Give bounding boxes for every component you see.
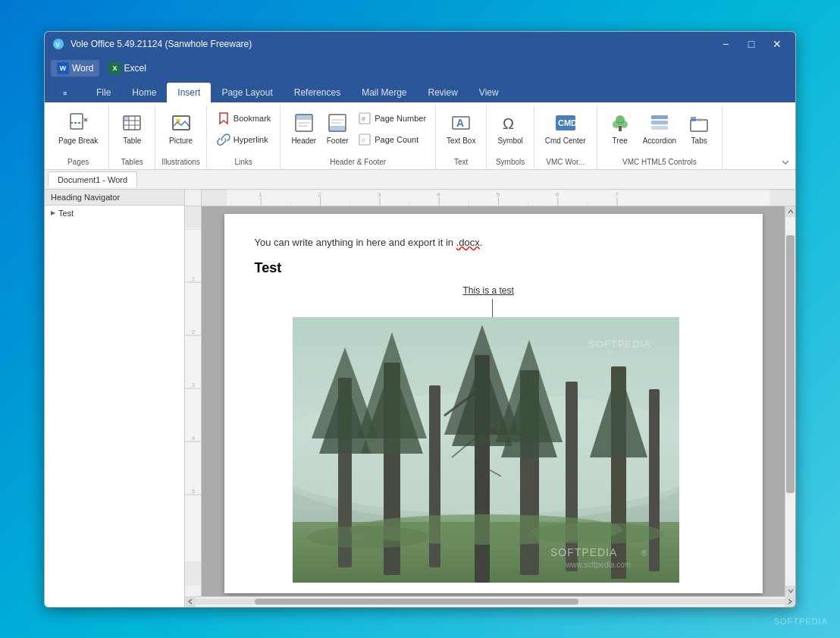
scroll-right-button[interactable] <box>785 596 795 607</box>
text-before-docx: You can write anything in here and expor… <box>255 237 456 248</box>
svg-text:#: # <box>362 137 365 144</box>
maximize-button[interactable]: □ <box>739 34 763 54</box>
tabs-button[interactable]: Tabs <box>682 108 716 147</box>
textbox-label: Text Box <box>447 137 475 145</box>
bookmark-button[interactable]: Bookmark <box>213 108 274 128</box>
picture-button[interactable]: Picture <box>165 108 198 147</box>
svg-marker-17 <box>220 113 227 124</box>
v-ruler: 1 2 3 4 5 <box>185 206 202 596</box>
h-scroll-track <box>196 599 785 605</box>
ribbon-expand[interactable] <box>779 156 792 169</box>
scroll-thumb[interactable] <box>786 235 795 493</box>
header-footer-items: Header Footer <box>287 107 429 155</box>
tab-references[interactable]: References <box>284 83 351 102</box>
close-button[interactable]: ✕ <box>765 34 789 54</box>
svg-rect-82 <box>185 228 202 561</box>
document-tab[interactable]: Document1 - Word <box>48 171 137 187</box>
v-scrollbar[interactable] <box>785 206 795 596</box>
page-number-button[interactable]: # Page Number <box>354 108 429 128</box>
cmd-center-icon: CMD <box>553 111 578 135</box>
bookmark-label: Bookmark <box>234 114 271 123</box>
svg-text:A: A <box>456 117 464 129</box>
symbols-items: Ω Symbol <box>493 107 527 155</box>
excel-label: Excel <box>124 63 146 74</box>
navigator-panel: Heading Navigator ▶ Test <box>45 190 185 607</box>
scroll-up-button[interactable] <box>785 206 795 217</box>
word-label: Word <box>72 63 93 74</box>
text-group-label: Text <box>442 155 480 166</box>
header-button[interactable]: Header <box>287 108 321 147</box>
svg-text:®: ® <box>641 549 647 558</box>
excel-app-button[interactable]: X Excel <box>102 60 152 77</box>
main-window: V Vole Office 5.49.21124 (Sanwhole Freew… <box>44 31 796 608</box>
app-icon: V <box>51 36 66 52</box>
minimize-button[interactable]: − <box>713 34 738 54</box>
ribbon-group-links: Bookmark Hyperlink <box>207 105 281 169</box>
scroll-down-button[interactable] <box>785 586 795 596</box>
ribbon-group-illustrations: Picture Illustrations <box>155 105 207 169</box>
footer-button[interactable]: Footer <box>321 108 354 147</box>
symbol-button[interactable]: Ω Symbol <box>493 108 527 147</box>
links-items: Bookmark Hyperlink <box>213 107 274 155</box>
tabs-icon <box>687 111 711 135</box>
table-button[interactable]: Table <box>115 108 149 147</box>
tab-page-layout[interactable]: Page Layout <box>211 83 283 102</box>
svg-rect-41 <box>651 126 668 130</box>
editor-section: 1 2 3 4 5 6 7 <box>185 190 795 607</box>
caption-line <box>492 299 493 317</box>
svg-text:≡: ≡ <box>63 90 67 97</box>
svg-rect-43 <box>691 117 696 121</box>
ribbon-group-text: A Text Box Text <box>436 105 487 169</box>
page-num-col: # Page Number # <box>354 108 429 149</box>
page-break-label: Page Break <box>58 137 98 145</box>
vmc-html5-items: Tree Accordion <box>603 107 716 155</box>
tables-items: Table <box>115 107 149 155</box>
svg-text:®: ® <box>606 350 613 358</box>
word-app-button[interactable]: W Word <box>51 60 99 77</box>
navigator-item[interactable]: ▶ Test <box>45 206 184 221</box>
tab-insert[interactable]: Insert <box>167 83 211 102</box>
accordion-label: Accordion <box>643 137 676 145</box>
tab-view[interactable]: View <box>469 83 509 102</box>
word-icon: W <box>57 62 69 74</box>
tab-file[interactable]: ≡ <box>51 83 86 102</box>
h-ruler: 1 2 3 4 5 6 7 <box>202 190 795 206</box>
scroll-left-button[interactable] <box>185 596 196 607</box>
tab-home[interactable]: Home <box>121 83 167 102</box>
svg-rect-23 <box>329 126 346 131</box>
picture-icon <box>169 111 193 135</box>
h-scrollbar-area <box>185 596 795 607</box>
window-title: Vole Office 5.49.21124 (Sanwhole Freewar… <box>71 39 713 49</box>
links-group-label: Links <box>213 155 274 166</box>
textbox-button[interactable]: A Text Box <box>442 108 480 147</box>
svg-text:Ω: Ω <box>503 115 514 132</box>
svg-rect-39 <box>651 115 668 119</box>
nav-item-label: Test <box>58 209 74 218</box>
svg-rect-4 <box>71 114 83 129</box>
tree-button[interactable]: Tree <box>603 108 637 147</box>
text-period: . <box>480 237 483 248</box>
accordion-button[interactable]: Accordion <box>638 108 681 147</box>
h-scroll-thumb[interactable] <box>255 599 578 605</box>
doc-scroll[interactable]: You can write anything in here and expor… <box>202 206 785 596</box>
bookmark-icon <box>216 111 231 126</box>
header-footer-group-label: Header & Footer <box>287 155 429 166</box>
page-break-button[interactable]: Page Break <box>54 108 102 147</box>
svg-text:#: # <box>362 115 365 123</box>
tab-file-label[interactable]: File <box>86 83 121 102</box>
ribbon-tabs: ≡ File Home Insert Page Layout Reference… <box>45 80 795 102</box>
content-row: Heading Navigator ▶ Test <box>45 190 795 607</box>
picture-label: Picture <box>169 137 193 145</box>
tab-mail-merge[interactable]: Mail Merge <box>351 83 417 102</box>
page-break-icon <box>66 111 90 135</box>
tables-group-label: Tables <box>115 155 149 166</box>
header-label: Header <box>291 137 316 145</box>
svg-rect-13 <box>124 116 129 121</box>
cmd-center-button[interactable]: CMD Cmd Center <box>541 108 591 147</box>
svg-rect-38 <box>619 126 622 131</box>
hyperlink-button[interactable]: Hyperlink <box>213 130 274 149</box>
ribbon-content: Page Break Pages <box>45 102 795 169</box>
page-count-button[interactable]: # Page Count <box>354 130 429 149</box>
tab-review[interactable]: Review <box>418 83 469 102</box>
svg-text:CMD: CMD <box>558 118 577 127</box>
